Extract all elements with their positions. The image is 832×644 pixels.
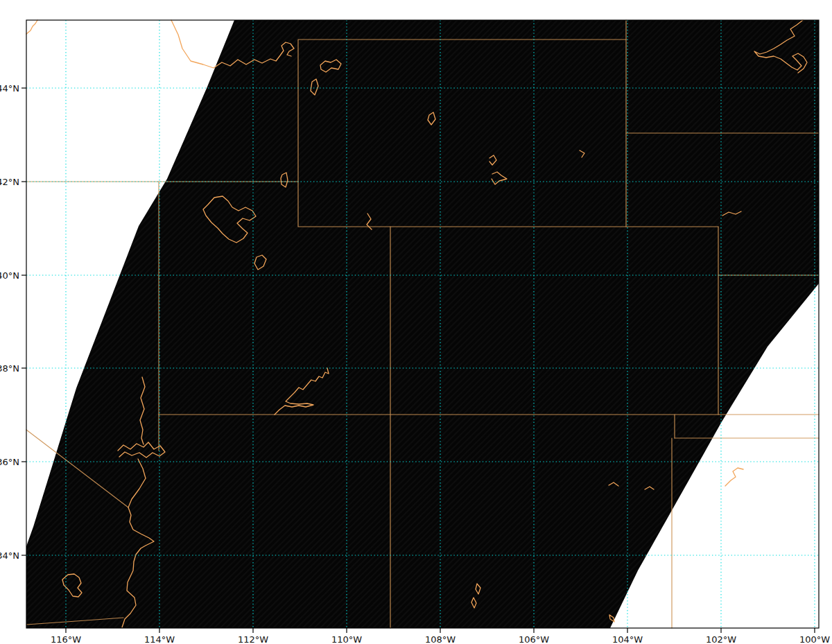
tick-label-lon-102°W: 102°W <box>706 634 736 644</box>
tick-label-lon-110°W: 110°W <box>331 634 362 644</box>
tick-label-lon-108°W: 108°W <box>425 634 456 644</box>
satellite-figure: GOES-18 Channel 2 (visible) Reflectance … <box>0 0 832 644</box>
tick-label-lat-36°N: 36°N <box>0 457 19 467</box>
tick-label-lat-34°N: 34°N <box>0 550 19 561</box>
tick-label-lat-38°N: 38°N <box>0 363 19 374</box>
tick-label-lon-104°W: 104°W <box>612 634 643 644</box>
tick-label-lon-106°W: 106°W <box>519 634 549 644</box>
tick-label-lat-44°N: 44°N <box>0 83 19 94</box>
tick-label-lon-100°W: 100°W <box>799 634 830 644</box>
satellite-map-canvas: 116°W114°W112°W110°W108°W106°W104°W102°W… <box>0 0 832 644</box>
tick-label-lat-40°N: 40°N <box>0 270 19 281</box>
tick-label-lon-112°W: 112°W <box>238 634 268 644</box>
tick-label-lon-114°W: 114°W <box>144 634 175 644</box>
tick-label-lon-116°W: 116°W <box>51 634 81 644</box>
tick-label-lat-42°N: 42°N <box>0 177 19 187</box>
